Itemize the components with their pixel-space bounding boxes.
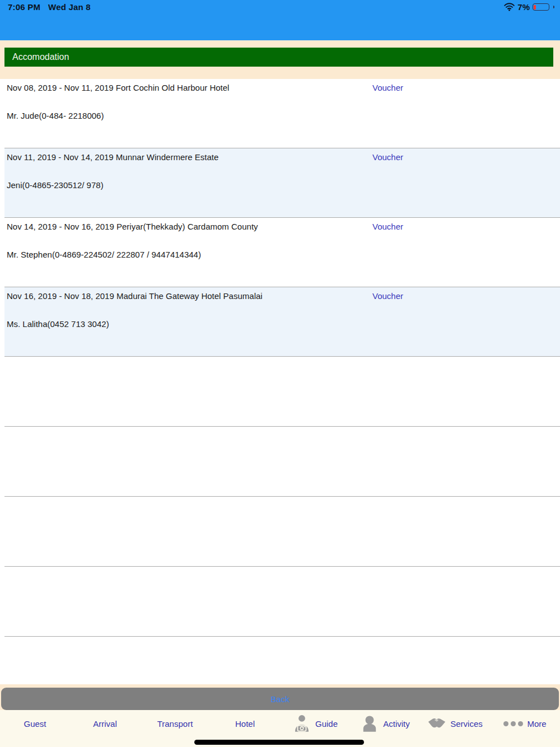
status-time-date: 7:06 PMWed Jan 8 <box>8 2 91 12</box>
tab-arrival[interactable]: Arrival <box>70 710 140 747</box>
tab-label: Guide <box>315 719 338 729</box>
accommodation-list: Nov 08, 2019 - Nov 11, 2019 Fort Cochin … <box>0 79 560 684</box>
tab-label: Hotel <box>235 719 255 729</box>
voucher-link[interactable]: Voucher <box>372 152 403 162</box>
tab-more[interactable]: More <box>490 710 560 747</box>
accommodation-row[interactable]: Nov 16, 2019 - Nov 18, 2019 Madurai The … <box>4 287 560 357</box>
row-title: Nov 16, 2019 - Nov 18, 2019 Madurai The … <box>7 291 263 301</box>
tab-label: Arrival <box>93 719 117 729</box>
voucher-link[interactable]: Voucher <box>372 83 403 92</box>
tab-guest[interactable]: Guest <box>0 710 70 747</box>
empty-list-row <box>4 497 560 567</box>
back-button-label: Back <box>270 694 289 704</box>
section-header-wrap: Accomodation <box>0 48 560 67</box>
tab-label: Activity <box>383 719 410 729</box>
row-contact: Mr. Stephen(0-4869-224502/ 222807 / 9447… <box>7 250 201 259</box>
tab-label: More <box>527 719 546 729</box>
row-title: Nov 11, 2019 - Nov 14, 2019 Munnar Winde… <box>7 152 218 162</box>
row-title: Nov 14, 2019 - Nov 16, 2019 Periyar(Thek… <box>7 222 258 231</box>
row-contact: Ms. Lalitha(0452 713 3042) <box>7 319 109 329</box>
empty-list-row <box>4 357 560 427</box>
guide-icon <box>292 715 311 732</box>
voucher-link[interactable]: Voucher <box>372 222 403 231</box>
accommodation-row[interactable]: Nov 11, 2019 - Nov 14, 2019 Munnar Winde… <box>4 148 560 218</box>
accommodation-row[interactable]: Nov 14, 2019 - Nov 16, 2019 Periyar(Thek… <box>4 218 560 287</box>
voucher-link[interactable]: Voucher <box>372 291 403 301</box>
section-header: Accomodation <box>4 48 553 67</box>
empty-list-row <box>4 567 560 637</box>
battery-fill <box>534 5 536 10</box>
app-screen: 7:06 PMWed Jan 8 7% Accomodation Nov 08,… <box>0 0 560 747</box>
battery-icon <box>533 3 549 11</box>
accommodation-row[interactable]: Nov 08, 2019 - Nov 11, 2019 Fort Cochin … <box>4 79 560 148</box>
back-button[interactable]: Back <box>1 688 559 710</box>
tab-label: Transport <box>157 719 193 729</box>
services-icon <box>427 715 446 732</box>
wifi-icon <box>504 3 515 11</box>
home-indicator[interactable] <box>194 740 364 745</box>
status-indicators: 7% <box>504 2 554 12</box>
activity-icon <box>360 715 379 732</box>
row-contact: Mr. Jude(0-484- 2218006) <box>7 111 104 120</box>
row-title: Nov 08, 2019 - Nov 11, 2019 Fort Cochin … <box>7 83 229 92</box>
battery-percent: 7% <box>517 2 530 12</box>
below-header-strip <box>0 67 560 79</box>
battery-nub <box>553 6 555 8</box>
tab-services[interactable]: Services <box>420 710 490 747</box>
status-bar: 7:06 PMWed Jan 8 7% <box>0 0 560 40</box>
status-date: Wed Jan 8 <box>48 2 91 12</box>
tab-label: Services <box>450 719 483 729</box>
empty-list-row <box>4 427 560 497</box>
row-contact: Jeni(0-4865-230512/ 978) <box>7 180 104 190</box>
bottom-band: Back <box>0 684 560 710</box>
empty-list-row <box>4 637 560 686</box>
more-dots-icon <box>503 721 523 726</box>
status-time: 7:06 PM <box>8 2 40 12</box>
tab-label: Guest <box>24 719 46 729</box>
page-title: Accomodation <box>12 52 69 62</box>
top-cream-strip <box>0 40 560 48</box>
